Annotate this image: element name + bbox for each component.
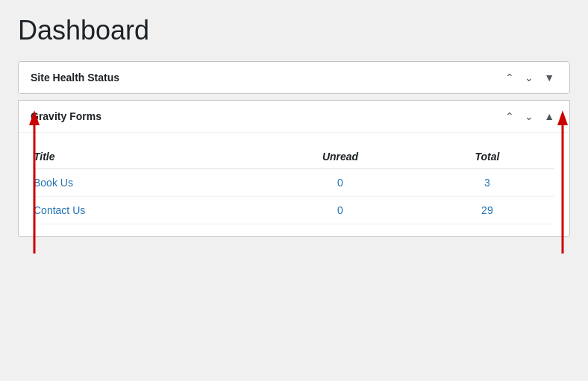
gravity-forms-move-up-button[interactable]: ⌃ (502, 110, 517, 123)
column-header-title: Title (34, 145, 260, 169)
site-health-header: Site Health Status ⌃ ⌄ ▼ (19, 62, 569, 93)
gravity-forms-table: Title Unread Total Book Us (34, 145, 554, 224)
gravity-forms-controls: ⌃ ⌄ ▲ (502, 110, 557, 123)
row-1-total-cell: 3 (429, 169, 554, 197)
gravity-forms-move-down-button[interactable]: ⌄ (522, 110, 537, 123)
gravity-forms-header: Gravity Forms ⌃ ⌄ ▲ (19, 101, 569, 133)
page-wrapper: Dashboard Site Health Status ⌃ ⌄ ▼ Gravi… (0, 0, 588, 381)
site-health-title: Site Health Status (31, 72, 119, 84)
column-header-unread: Unread (260, 145, 429, 169)
contact-us-link[interactable]: Contact Us (34, 204, 85, 216)
gravity-forms-widget: Gravity Forms ⌃ ⌄ ▲ Title Unread (18, 100, 570, 237)
table-row: Book Us 0 3 (34, 169, 554, 197)
spacer (18, 94, 570, 100)
row-2-unread-cell: 0 (260, 197, 429, 224)
row-2-title-cell: Contact Us (34, 197, 260, 224)
table-header-row: Title Unread Total (34, 145, 554, 169)
site-health-move-down-button[interactable]: ⌄ (522, 71, 537, 84)
page-title: Dashboard (18, 15, 570, 46)
site-health-widget: Site Health Status ⌃ ⌄ ▼ (18, 61, 570, 94)
row-2-total-cell: 29 (429, 197, 554, 224)
site-health-dropdown-button[interactable]: ▼ (541, 71, 557, 84)
gravity-forms-title: Gravity Forms (31, 110, 101, 122)
table-body: Book Us 0 3 Contact Us 0 29 (34, 169, 554, 224)
column-header-total: Total (429, 145, 554, 169)
site-health-move-up-button[interactable]: ⌃ (502, 71, 517, 84)
gravity-forms-collapse-button[interactable]: ▲ (541, 110, 557, 123)
gravity-forms-content: Title Unread Total Book Us (19, 133, 569, 236)
site-health-controls: ⌃ ⌄ ▼ (502, 71, 557, 84)
book-us-link[interactable]: Book Us (34, 177, 73, 189)
table-row: Contact Us 0 29 (34, 197, 554, 224)
row-1-unread-cell: 0 (260, 169, 429, 197)
row-1-title-cell: Book Us (34, 169, 260, 197)
